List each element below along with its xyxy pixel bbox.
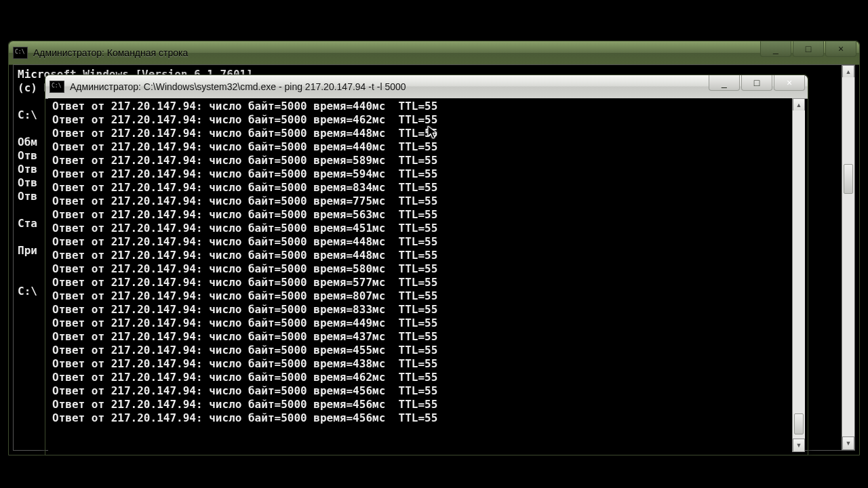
maximize-button[interactable]: □: [793, 41, 824, 57]
minimize-button[interactable]: _: [760, 41, 791, 57]
scroll-thumb[interactable]: [844, 164, 853, 195]
window-title: Администратор: Командная строка: [33, 41, 759, 64]
terminal-client-area: Ответ от 217.20.147.94: число байт=5000 …: [48, 98, 805, 452]
terminal-output[interactable]: Ответ от 217.20.147.94: число байт=5000 …: [48, 98, 805, 426]
titlebar-ping[interactable]: Администратор: C:\Windows\system32\cmd.e…: [45, 75, 808, 99]
maximize-button[interactable]: □: [741, 75, 772, 91]
scrollbar-vertical[interactable]: ▲ ▼: [792, 98, 805, 452]
window-title: Администратор: C:\Windows\system32\cmd.e…: [70, 75, 707, 98]
scroll-up-button[interactable]: ▲: [793, 98, 805, 112]
scroll-thumb[interactable]: [794, 413, 804, 434]
scroll-down-button[interactable]: ▼: [842, 436, 854, 450]
scroll-up-button[interactable]: ▲: [842, 65, 854, 79]
titlebar-background[interactable]: Администратор: Командная строка _ □ ×: [9, 41, 859, 65]
window-buttons: _ □ ×: [759, 41, 859, 64]
window-buttons: _ □ ×: [707, 75, 808, 98]
cmd-icon: [50, 81, 64, 93]
minimize-button[interactable]: _: [709, 75, 740, 91]
cmd-window-ping: Администратор: C:\Windows\system32\cmd.e…: [45, 75, 808, 455]
close-button[interactable]: ×: [825, 41, 856, 57]
scroll-track[interactable]: [842, 77, 854, 438]
close-button[interactable]: ×: [774, 75, 805, 91]
scroll-track[interactable]: [793, 110, 805, 440]
scrollbar-vertical[interactable]: ▲ ▼: [842, 65, 854, 450]
scroll-down-button[interactable]: ▼: [793, 439, 805, 452]
cmd-icon: [13, 47, 28, 59]
